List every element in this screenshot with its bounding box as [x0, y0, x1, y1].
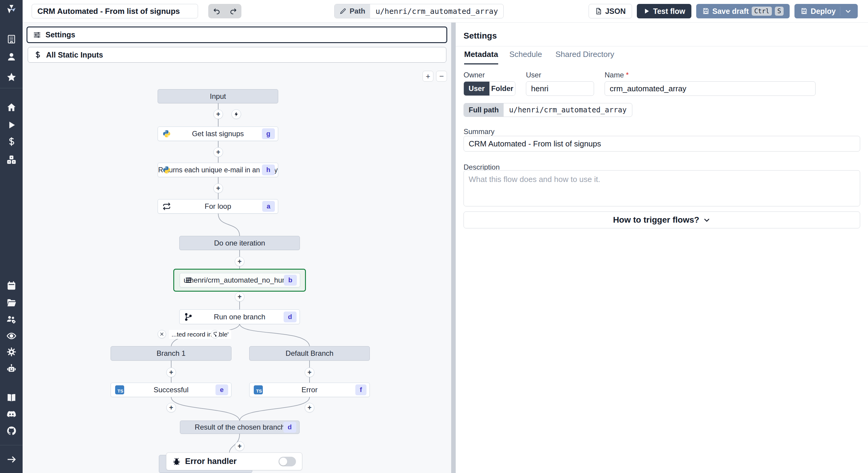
test-flow-button[interactable]: Test flow [637, 4, 691, 19]
user-label: User [526, 71, 541, 79]
kbd-ctrl: Ctrl [752, 7, 772, 16]
node-do-one-iteration[interactable]: Do one iteration [179, 236, 300, 250]
add-branch-button[interactable] [211, 330, 219, 338]
description-textarea[interactable] [464, 170, 860, 207]
step-id-badge: g [262, 128, 275, 139]
zoom-out-button[interactable]: − [436, 71, 447, 82]
flow-canvas[interactable]: Settings All Static Inputs + − Input + G… [23, 23, 451, 473]
full-path-field: Full path u/henri/crm_automated_array [464, 103, 632, 117]
node-successful[interactable]: TS Successful e [111, 383, 231, 397]
sidebar-divider [0, 88, 23, 88]
node-result-chosen-branch[interactable]: Result of the chosen branch d [180, 420, 300, 434]
node-input[interactable]: Input [158, 89, 278, 103]
hamburger-icon [184, 276, 193, 285]
save-draft-button[interactable]: Save draft Ctrl S [696, 4, 789, 19]
zoom-in-button[interactable]: + [423, 71, 433, 82]
discord-icon[interactable] [5, 408, 18, 420]
tab-schedule[interactable]: Schedule [509, 50, 542, 63]
python-icon [162, 165, 171, 175]
groups-users-gear-icon[interactable] [5, 313, 18, 325]
full-path-value: u/henri/crm_automated_array [504, 103, 632, 117]
tab-shared-directory[interactable]: Shared Directory [555, 50, 614, 63]
undo-button[interactable] [210, 5, 223, 17]
node-for-loop[interactable]: For loop a [158, 199, 278, 214]
add-step-button[interactable]: + [235, 441, 244, 451]
variables-dollar-icon[interactable] [5, 135, 18, 148]
save-icon [702, 7, 710, 15]
github-icon[interactable] [5, 425, 18, 437]
pane-resize-divider[interactable] [451, 23, 456, 473]
node-default-branch[interactable]: Default Branch [249, 346, 370, 360]
favorites-star-icon[interactable] [5, 71, 18, 83]
summary-label: Summary [464, 127, 495, 136]
audit-eye-icon[interactable] [5, 330, 18, 342]
sidebar-divider [0, 445, 23, 445]
owner-user-option[interactable]: User [464, 82, 490, 95]
flow-settings-box[interactable]: Settings [27, 27, 447, 43]
node-crm-automated-no-human[interactable]: u/henri/crm_automated_no_human b [180, 273, 300, 287]
error-handler-toggle[interactable] [278, 457, 296, 466]
folders-icon[interactable] [5, 297, 18, 309]
add-step-button[interactable]: + [305, 368, 314, 377]
redo-button[interactable] [227, 5, 240, 17]
add-step-button[interactable]: + [166, 403, 176, 412]
typescript-icon: TS [254, 385, 263, 395]
workers-robot-icon[interactable] [5, 362, 18, 374]
selected-node-wrapper[interactable]: u/henri/crm_automated_no_human b [173, 269, 306, 292]
trigger-lightning-button[interactable] [231, 109, 241, 119]
summary-input[interactable] [464, 136, 860, 152]
step-id-badge: a [262, 201, 275, 212]
sidebar [0, 0, 23, 473]
owner-label: Owner [464, 71, 485, 79]
add-step-button[interactable]: + [235, 257, 244, 266]
error-handler-card[interactable]: Error handler [166, 452, 302, 470]
owner-folder-option[interactable]: Folder [490, 82, 515, 95]
step-id-badge: d [284, 312, 297, 322]
json-button[interactable]: JSON [589, 4, 632, 19]
name-input[interactable] [604, 81, 815, 96]
branch-icon [184, 312, 193, 321]
kbd-s: S [775, 7, 784, 16]
user-icon[interactable] [5, 51, 18, 63]
flow-summary-input[interactable] [32, 4, 198, 19]
branch-add-icon [212, 332, 218, 337]
docs-book-icon[interactable] [5, 392, 18, 404]
windmill-logo[interactable] [5, 3, 18, 15]
name-label: Name * [604, 71, 629, 79]
workspace-building-icon[interactable] [5, 33, 18, 45]
node-run-one-branch[interactable]: Run one branch d [179, 309, 300, 324]
node-returns-unique-emails[interactable]: Returns each unique e-mail in an array h [158, 163, 278, 177]
all-static-inputs-box[interactable]: All Static Inputs [28, 47, 446, 63]
branch-condition-label[interactable]: ...ted record in table' [169, 330, 231, 339]
user-input[interactable] [526, 81, 594, 96]
x-icon [159, 332, 164, 337]
settings-gear-icon[interactable] [5, 346, 18, 358]
add-step-button[interactable]: + [213, 109, 223, 119]
runs-play-icon[interactable] [5, 119, 18, 131]
chevron-down-icon[interactable] [844, 7, 852, 15]
tab-metadata[interactable]: Metadata [464, 50, 498, 64]
toggle-knob [279, 458, 287, 466]
add-step-button[interactable]: + [213, 184, 223, 193]
how-to-trigger-button[interactable]: How to trigger flows? [464, 212, 860, 228]
node-branch-1[interactable]: Branch 1 [111, 346, 231, 360]
add-step-button[interactable]: + [166, 368, 176, 377]
play-icon [643, 7, 650, 15]
home-icon[interactable] [5, 101, 18, 113]
node-error[interactable]: TS Error f [249, 383, 370, 397]
schedules-calendar-icon[interactable] [5, 280, 18, 292]
add-step-button[interactable]: + [213, 147, 223, 157]
step-id-badge: b [284, 275, 297, 286]
expand-arrow-right-icon[interactable] [5, 453, 18, 466]
resources-cubes-icon[interactable] [5, 154, 18, 166]
remove-branch-button[interactable] [158, 330, 166, 338]
pencil-icon [339, 7, 347, 15]
path-edit-segment[interactable]: Path [335, 4, 370, 18]
add-step-button[interactable]: + [235, 292, 244, 302]
dollar-icon [33, 51, 42, 59]
node-get-last-signups[interactable]: Get last signups g [158, 127, 278, 141]
path-value[interactable]: u/henri/crm_automated_array [370, 4, 503, 18]
path-group[interactable]: Path u/henri/crm_automated_array [334, 4, 504, 19]
deploy-button[interactable]: Deploy [795, 4, 858, 19]
add-step-button[interactable]: + [305, 403, 314, 412]
